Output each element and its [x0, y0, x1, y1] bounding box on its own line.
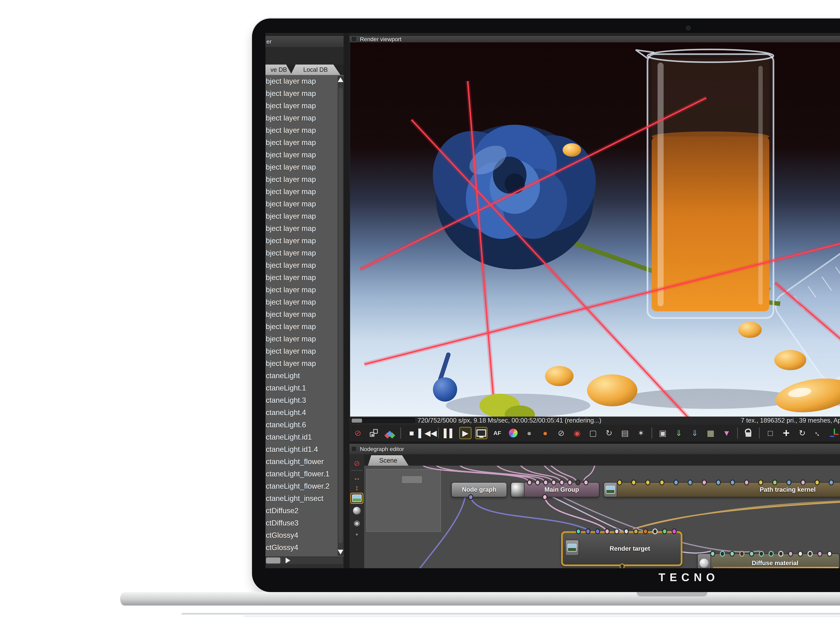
node-pin[interactable]	[769, 551, 774, 557]
db-list-item[interactable]: bject layer map	[265, 112, 344, 124]
film-settings-button[interactable]: ▤	[620, 428, 630, 439]
node-link-icon[interactable]	[369, 428, 379, 439]
db-list-item[interactable]: bject layer map	[265, 173, 344, 186]
color-gamut-button[interactable]: ▼	[721, 428, 732, 439]
expand-view-button[interactable]: ↔	[813, 428, 823, 439]
tab-local-db[interactable]: Local DB	[291, 64, 340, 75]
scroll-up-icon[interactable]	[338, 77, 343, 82]
db-list-item[interactable]: bject layer map	[265, 235, 344, 247]
move-tool-button[interactable]: +	[781, 428, 792, 439]
main-group-output-pin[interactable]	[542, 494, 547, 500]
db-list-item[interactable]: bject layer map	[265, 357, 344, 370]
db-list-item[interactable]: bject layer map	[265, 210, 344, 222]
node-pin[interactable]	[551, 480, 556, 485]
db-list-item[interactable]: bject layer map	[265, 222, 344, 235]
db-list-item[interactable]: bject layer map	[265, 186, 344, 198]
db-list-item[interactable]: ctaneLight.3	[265, 394, 344, 406]
node-pin[interactable]	[617, 480, 622, 485]
spark-settings-button[interactable]: ✶	[635, 428, 646, 439]
pause-render-button[interactable]: ▌▌	[444, 428, 455, 439]
render-target-output-pin[interactable]	[620, 563, 624, 568]
db-list-item[interactable]: ctDiffuse2	[265, 505, 344, 517]
axis-gizmo-button[interactable]	[829, 428, 840, 439]
db-list-item[interactable]: bject layer map	[265, 271, 344, 284]
ng-gather-nodes-icon[interactable]: ↕	[351, 483, 363, 493]
node-pin[interactable]	[652, 528, 658, 534]
node-pin[interactable]	[778, 551, 783, 557]
vertical-scroll-thumb[interactable]	[338, 88, 343, 543]
node-pin[interactable]	[730, 480, 735, 485]
node-pin[interactable]	[829, 480, 834, 485]
viewport-hscroll-thumb[interactable]	[352, 419, 362, 423]
db-list-item[interactable]: bject layer map	[265, 247, 344, 259]
node-pin[interactable]	[576, 528, 581, 534]
db-list-item[interactable]: bject layer map	[265, 284, 344, 296]
paint-drop-button[interactable]: ●	[540, 428, 551, 439]
db-list-item[interactable]: ctaneLight.id1.4	[265, 443, 344, 456]
node-main-group[interactable]: Main Group	[511, 482, 600, 497]
save-image-button[interactable]: ⇓	[673, 428, 684, 439]
camera-sphere-button[interactable]: ●	[524, 428, 535, 439]
node-pin[interactable]	[716, 480, 721, 485]
node-pin[interactable]	[827, 551, 832, 557]
db-list-item[interactable]: ctDiffuse3	[265, 517, 344, 529]
db-list-item[interactable]: ctaneLight.id1	[265, 431, 344, 443]
node-pin[interactable]	[543, 480, 548, 485]
save-exr-button[interactable]: ⇓	[689, 428, 700, 439]
node-diffuse-material[interactable]: Diffuse material	[697, 553, 840, 568]
viewport-checkbox[interactable]	[351, 36, 357, 42]
node-pin[interactable]	[559, 480, 564, 485]
node-pin[interactable]	[604, 528, 610, 534]
db-list-item[interactable]: bject layer map	[265, 308, 344, 321]
node-pin[interactable]	[586, 528, 591, 534]
node-pin[interactable]	[759, 551, 764, 557]
copy-image-button[interactable]: ▣	[657, 428, 668, 439]
db-list-item[interactable]: ctaneLight.4	[265, 406, 344, 419]
node-pin[interactable]	[772, 480, 777, 485]
node-graph-output-pin[interactable]	[468, 494, 473, 500]
node-pin[interactable]	[614, 528, 619, 534]
db-list-item[interactable]: ctGlossy4	[265, 541, 344, 554]
db-list-vertical-scrollbar[interactable]	[338, 76, 343, 556]
node-pin[interactable]	[720, 551, 725, 557]
scroll-right-icon[interactable]	[286, 558, 290, 563]
db-list-item[interactable]: bject layer map	[265, 296, 344, 308]
focus-picker-icon[interactable]: ⊘	[352, 428, 363, 439]
node-pin[interactable]	[815, 480, 820, 485]
ng-spread-nodes-icon[interactable]: ↔	[351, 473, 363, 482]
db-list-item[interactable]: ctGlossy4	[265, 529, 344, 541]
node-pin[interactable]	[739, 551, 744, 557]
pick-object-button[interactable]: □	[765, 428, 776, 439]
render-region-button[interactable]: ◉	[572, 428, 583, 439]
node-path-tracing-kernel[interactable]: Path tracing kernel	[603, 482, 840, 497]
ng-dot-icon[interactable]: •	[351, 530, 363, 539]
db-list-item[interactable]: bject layer map	[265, 137, 344, 149]
render-display-button[interactable]	[476, 428, 487, 439]
play-render-button[interactable]: ▶	[460, 428, 471, 439]
node-pin[interactable]	[798, 551, 803, 557]
node-pin[interactable]	[643, 528, 648, 534]
db-list-item[interactable]: bject layer map	[265, 333, 344, 345]
clear-region-button[interactable]: ▢	[588, 428, 598, 439]
nodegraph-checkbox[interactable]	[351, 446, 357, 452]
node-pin[interactable]	[786, 480, 791, 485]
db-list-item[interactable]: bject layer map	[265, 345, 344, 357]
tab-scene[interactable]: Scene	[368, 455, 409, 466]
node-pin[interactable]	[595, 528, 600, 534]
db-list-item[interactable]: bject layer map	[265, 124, 344, 137]
node-pin[interactable]	[659, 480, 664, 485]
node-pin[interactable]	[631, 480, 636, 485]
node-pin[interactable]	[583, 480, 589, 485]
db-list-item[interactable]: ctaneLight_insect	[265, 492, 344, 505]
node-pin[interactable]	[808, 551, 812, 557]
node-pin[interactable]	[673, 480, 679, 485]
ng-image-node-icon[interactable]	[351, 494, 363, 503]
render-image[interactable]	[350, 42, 840, 417]
node-pin[interactable]	[800, 480, 806, 485]
node-pin[interactable]	[744, 480, 749, 485]
node-pin[interactable]	[662, 528, 667, 534]
db-list-item[interactable]: bject layer map	[265, 198, 344, 210]
db-list-item[interactable]: bject layer map	[265, 259, 344, 271]
db-list-item[interactable]: ctaneLight.1	[265, 382, 344, 394]
lock-view-button[interactable]	[743, 428, 754, 439]
